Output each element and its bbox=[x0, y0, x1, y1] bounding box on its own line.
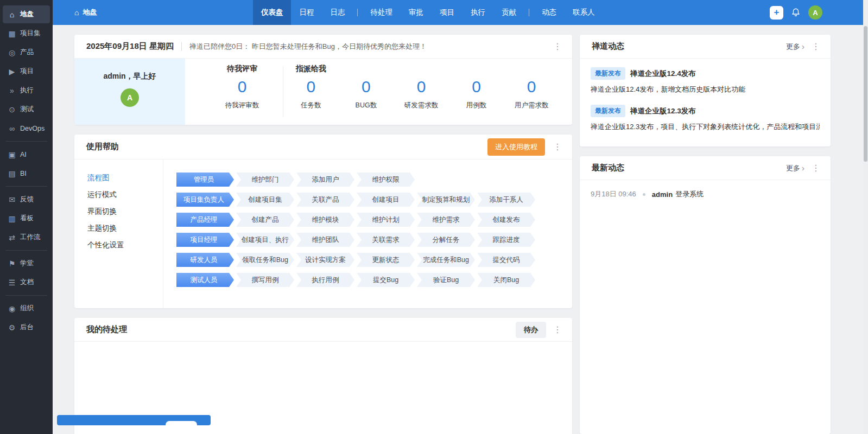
help-card-body: 流程图 运行模式 界面切换 主题切换 个性化设置 管理员 维护部门 添加用户 bbox=[74, 159, 572, 308]
flow-step-chip: 跟踪进度 bbox=[477, 233, 535, 247]
sidebar-item-tutorial[interactable]: ⚑ 学堂 bbox=[3, 254, 50, 272]
release-badge: 最新发布 bbox=[591, 67, 625, 80]
tab-approval[interactable]: 审批 bbox=[401, 0, 432, 25]
more-label: 更多 bbox=[786, 42, 800, 52]
stat-task-label: 任务数 bbox=[283, 101, 339, 110]
tab-calendar[interactable]: 日程 bbox=[291, 0, 322, 25]
user-avatar[interactable]: A bbox=[808, 5, 822, 20]
stat-review-value[interactable]: 0 bbox=[201, 77, 283, 97]
flow-step-chip: 创建发布 bbox=[477, 213, 535, 227]
chat-widget[interactable] bbox=[57, 415, 211, 425]
help-tab-ui-switch[interactable]: 界面切换 bbox=[87, 203, 163, 220]
todo-card-header: 我的待处理 待办 ⋮ bbox=[74, 318, 572, 342]
sidebar-divider bbox=[5, 250, 47, 251]
flow-step-chip: 分解任务 bbox=[417, 233, 475, 247]
sidebar-item-devops[interactable]: ∞ DevOps bbox=[3, 119, 50, 137]
brand-label: 地盘 bbox=[83, 8, 97, 17]
activity-time: 9月18日 09:46 bbox=[591, 189, 636, 199]
main-column: 2025年09月18日 星期四 禅道已陪伴您0日： 昨日您暂未处理任务和Bug，… bbox=[74, 35, 572, 434]
help-tab-flowchart[interactable]: 流程图 bbox=[87, 169, 163, 186]
home-icon: ⌂ bbox=[74, 8, 79, 17]
todo-card-title: 我的待处理 bbox=[86, 324, 127, 335]
tab-contacts[interactable]: 联系人 bbox=[565, 0, 603, 25]
stat-review-label: 待我评审数 bbox=[201, 101, 283, 110]
stat-tasks: 指派给我 0 任务数 bbox=[283, 64, 339, 125]
flow-step-chip: 添加用户 bbox=[296, 173, 354, 187]
widget-button[interactable] bbox=[166, 421, 197, 429]
tab-contribution[interactable]: 贡献 bbox=[493, 0, 524, 25]
news-item[interactable]: 最新发布 禅道企业版12.4发布 禅道企业版12.4发布，新增文档历史版本对比功… bbox=[591, 67, 820, 94]
sidebar-item-my[interactable]: ⌂ 地盘 bbox=[3, 5, 50, 23]
gear-icon: ⚙ bbox=[8, 323, 16, 332]
sidebar: ⌂ 地盘 ▦ 项目集 ◎ 产品 ▶ 项目 » 执行 ⊙ 测试 ∞ DevOps … bbox=[0, 0, 53, 434]
flow-step-chip: 维护部门 bbox=[236, 173, 294, 187]
help-tab-personalize[interactable]: 个性化设置 bbox=[87, 237, 163, 253]
kebab-menu-icon[interactable]: ⋮ bbox=[550, 142, 565, 152]
scrollbar-thumb[interactable] bbox=[864, 26, 867, 162]
flow-row-program-owner: 项目集负责人 创建项目集 关联产品 创建项目 制定预算和规划 添加干系人 bbox=[176, 193, 561, 207]
news-card-header: 禅道动态 更多 › ⋮ bbox=[580, 35, 831, 59]
content-area: 2025年09月18日 星期四 禅道已陪伴您0日： 昨日您暂未处理任务和Bug，… bbox=[53, 25, 868, 434]
stat-group-title bbox=[394, 64, 449, 77]
news-more-link[interactable]: 更多 › bbox=[786, 42, 804, 52]
sidebar-item-project[interactable]: ▶ 项目 bbox=[3, 62, 50, 80]
sidebar-item-label: AI bbox=[20, 151, 27, 158]
plus-icon: + bbox=[774, 7, 780, 18]
stat-assigned-group: 指派给我 0 任务数 0 BUG数 bbox=[283, 64, 559, 125]
sidebar-item-program[interactable]: ▦ 项目集 bbox=[3, 24, 50, 42]
sidebar-item-execution[interactable]: » 执行 bbox=[3, 81, 50, 99]
tab-log[interactable]: 日志 bbox=[322, 0, 353, 25]
sidebar-item-workflow[interactable]: ⇄ 工作流 bbox=[3, 228, 50, 246]
header-divider bbox=[181, 42, 182, 51]
tab-todo[interactable]: 待处理 bbox=[362, 0, 401, 25]
sidebar-item-bi[interactable]: ▤ BI bbox=[3, 164, 50, 182]
tab-dynamic[interactable]: 动态 bbox=[534, 0, 565, 25]
todo-filter-button[interactable]: 待办 bbox=[516, 322, 546, 338]
tab-project[interactable]: 项目 bbox=[432, 0, 462, 25]
sidebar-item-label: 反馈 bbox=[20, 195, 34, 204]
stat-bug-value[interactable]: 0 bbox=[339, 77, 394, 97]
kebab-menu-icon[interactable]: ⋮ bbox=[550, 324, 565, 335]
sidebar-item-org[interactable]: ◉ 组织 bbox=[3, 299, 50, 317]
kebab-menu-icon[interactable]: ⋮ bbox=[809, 163, 823, 173]
news-item[interactable]: 最新发布 禅道企业版12.3发布 禅道企业版12.3发布，项目、执行下对象列表统… bbox=[591, 105, 820, 132]
sidebar-item-qa[interactable]: ⊙ 测试 bbox=[3, 100, 50, 118]
flow-row-developer: 研发人员 领取任务和Bug 设计实现方案 更新状态 完成任务和Bug 提交代码 bbox=[176, 253, 561, 267]
home-icon: ⌂ bbox=[8, 10, 16, 19]
tab-dashboard[interactable]: 仪表盘 bbox=[253, 0, 292, 25]
more-label: 更多 bbox=[786, 163, 800, 173]
sidebar-item-feedback[interactable]: ✉ 反馈 bbox=[3, 190, 50, 208]
stat-bug-label: BUG数 bbox=[339, 101, 394, 110]
activity-more-link[interactable]: 更多 › bbox=[786, 163, 804, 173]
create-button[interactable]: + bbox=[770, 6, 783, 20]
kebab-menu-icon[interactable]: ⋮ bbox=[550, 41, 565, 52]
kebab-menu-icon[interactable]: ⋮ bbox=[809, 41, 823, 52]
flow-role-chip: 产品经理 bbox=[176, 213, 234, 227]
stat-task-value[interactable]: 0 bbox=[283, 77, 339, 97]
aside-column: 禅道动态 更多 › ⋮ 最新发布 禅道企业版12.4发布 bbox=[580, 35, 831, 434]
news-item-desc: 禅道企业版12.3发布，项目、执行下对象列表统计优化，产品流程和项目流程优化 bbox=[591, 122, 820, 132]
news-item-title: 禅道企业版12.4发布 bbox=[630, 69, 696, 79]
news-card-body: 最新发布 禅道企业版12.4发布 禅道企业版12.4发布，新增文档历史版本对比功… bbox=[580, 59, 831, 146]
tab-execution[interactable]: 执行 bbox=[462, 0, 493, 25]
flow-step-chip: 关联需求 bbox=[357, 233, 415, 247]
sidebar-item-ai[interactable]: ▣ AI bbox=[3, 145, 50, 163]
notifications-button[interactable] bbox=[791, 8, 801, 17]
sidebar-item-product[interactable]: ◎ 产品 bbox=[3, 43, 50, 61]
sidebar-item-kanban[interactable]: ▥ 看板 bbox=[3, 209, 50, 227]
sidebar-item-doc[interactable]: ☰ 文档 bbox=[3, 273, 50, 291]
kanban-icon: ▥ bbox=[8, 214, 16, 223]
activity-card: 最新动态 更多 › ⋮ 9月18日 09:46 admin bbox=[580, 156, 831, 434]
flow-step-chip: 提交代码 bbox=[477, 253, 535, 267]
stat-dev-story-value[interactable]: 0 bbox=[394, 77, 449, 97]
header-brand[interactable]: ⌂ 地盘 bbox=[74, 8, 97, 17]
doc-icon: ☰ bbox=[8, 278, 16, 287]
header-nav: 仪表盘 日程 日志 待处理 审批 项目 执行 贡献 动态 联系人 bbox=[253, 0, 603, 25]
tutorial-button[interactable]: 进入使用教程 bbox=[487, 138, 545, 156]
stat-case-value[interactable]: 0 bbox=[449, 77, 504, 97]
help-tab-theme-switch[interactable]: 主题切换 bbox=[87, 220, 163, 237]
help-tab-run-mode[interactable]: 运行模式 bbox=[87, 186, 163, 203]
stat-user-story-value[interactable]: 0 bbox=[504, 77, 559, 97]
stat-group-title bbox=[449, 64, 504, 77]
sidebar-item-admin[interactable]: ⚙ 后台 bbox=[3, 318, 50, 336]
